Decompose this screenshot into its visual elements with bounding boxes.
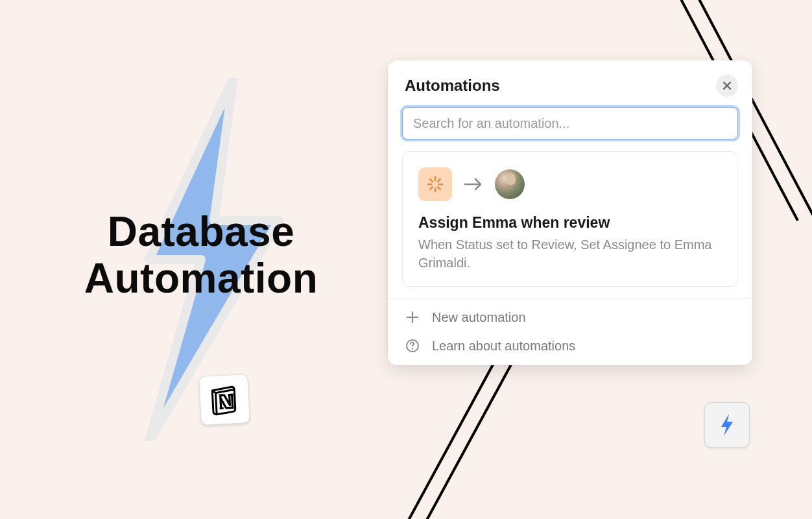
automations-panel: Automations bbox=[388, 60, 752, 365]
svg-line-9 bbox=[438, 187, 440, 189]
svg-line-11 bbox=[430, 187, 433, 189]
new-automation-label: New automation bbox=[432, 310, 526, 325]
bolt-icon bbox=[717, 413, 737, 437]
learn-label: Learn about automations bbox=[432, 339, 575, 354]
svg-point-13 bbox=[412, 348, 413, 349]
automation-card[interactable]: Assign Emma when review When Status set … bbox=[402, 151, 738, 287]
close-icon bbox=[722, 80, 732, 91]
assignee-avatar bbox=[495, 169, 525, 199]
headline-line-2: Automation bbox=[45, 256, 357, 302]
automation-bolt-button[interactable] bbox=[704, 402, 750, 448]
automation-title: Assign Emma when review bbox=[418, 214, 722, 232]
loading-spinner-icon bbox=[426, 175, 444, 193]
notion-logo bbox=[198, 374, 250, 426]
page-headline: Database Automation bbox=[45, 209, 357, 302]
learn-about-automations-link[interactable]: Learn about automations bbox=[388, 332, 752, 360]
panel-title: Automations bbox=[405, 77, 500, 95]
help-icon bbox=[405, 338, 420, 354]
trigger-status-icon bbox=[418, 167, 452, 201]
automation-description: When Status set to Review, Set Assignee … bbox=[418, 235, 722, 272]
divider bbox=[388, 298, 752, 299]
close-button[interactable] bbox=[716, 75, 738, 97]
headline-line-1: Database bbox=[45, 209, 357, 256]
svg-line-10 bbox=[438, 179, 440, 182]
svg-line-8 bbox=[430, 179, 433, 182]
plus-icon bbox=[405, 309, 420, 325]
new-automation-button[interactable]: New automation bbox=[388, 303, 752, 332]
search-input[interactable] bbox=[402, 107, 738, 139]
arrow-right-icon bbox=[464, 177, 483, 191]
